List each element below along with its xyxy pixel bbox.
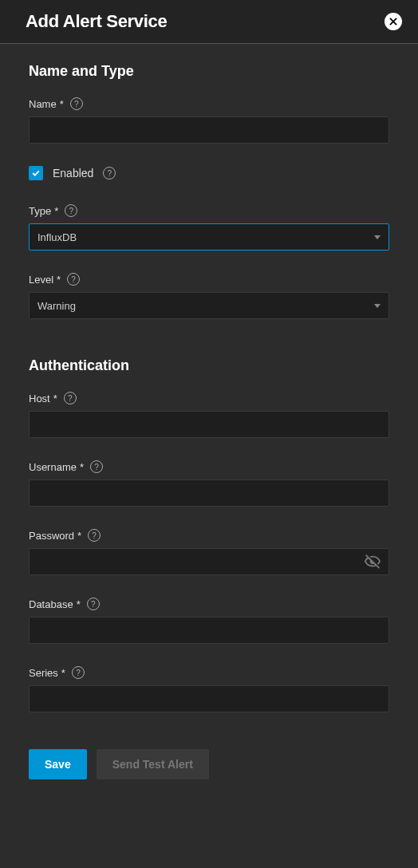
help-icon[interactable]: ? [64, 392, 77, 404]
dialog-footer: Save Send Test Alert [29, 735, 389, 779]
field-host: Host * ? [29, 392, 389, 438]
type-select[interactable]: InfluxDB [29, 223, 389, 251]
required-marker: * [60, 98, 64, 110]
field-name: Name * ? [29, 97, 389, 144]
save-button[interactable]: Save [29, 749, 87, 779]
name-label: Name [29, 98, 57, 110]
series-label: Series [29, 667, 58, 679]
series-input[interactable] [29, 685, 389, 712]
help-icon[interactable]: ? [90, 460, 103, 473]
type-select-value: InfluxDB [37, 231, 77, 243]
level-select-value: Warning [37, 300, 76, 312]
close-icon [388, 16, 399, 27]
field-enabled: Enabled ? [29, 166, 389, 180]
required-marker: * [53, 393, 57, 404]
section-authentication-title: Authentication [29, 357, 389, 374]
help-icon[interactable]: ? [72, 666, 85, 679]
section-name-and-type-title: Name and Type [29, 63, 389, 80]
close-button[interactable] [384, 13, 402, 30]
name-input[interactable] [29, 116, 389, 144]
field-type: Type * ? InfluxDB [29, 204, 389, 251]
chevron-down-icon [374, 304, 381, 308]
database-input[interactable] [29, 617, 389, 644]
required-marker: * [61, 667, 65, 679]
dialog-content: Name and Type Name * ? Enabled ? Type * … [0, 44, 418, 795]
password-label: Password [29, 530, 74, 542]
check-icon [31, 168, 41, 178]
send-test-alert-button[interactable]: Send Test Alert [97, 749, 209, 779]
dialog-header: Add Alert Service [0, 0, 418, 44]
host-input[interactable] [29, 411, 389, 438]
username-input[interactable] [29, 479, 389, 507]
required-marker: * [80, 461, 84, 473]
field-level: Level * ? Warning [29, 273, 389, 319]
help-icon[interactable]: ? [67, 273, 80, 286]
field-series: Series * ? [29, 666, 389, 712]
type-label: Type [29, 205, 51, 217]
help-icon[interactable]: ? [70, 97, 83, 110]
required-marker: * [57, 274, 61, 286]
help-icon[interactable]: ? [65, 204, 77, 217]
required-marker: * [77, 598, 81, 610]
field-username: Username * ? [29, 460, 389, 507]
enabled-checkbox[interactable] [29, 166, 43, 180]
database-label: Database [29, 598, 73, 610]
level-select[interactable]: Warning [29, 292, 389, 319]
help-icon[interactable]: ? [87, 598, 100, 610]
help-icon[interactable]: ? [103, 167, 116, 180]
required-marker: * [77, 530, 81, 542]
required-marker: * [54, 205, 58, 217]
visibility-off-icon[interactable] [364, 553, 381, 570]
field-database: Database * ? [29, 598, 389, 644]
password-input[interactable] [29, 548, 389, 575]
field-password: Password * ? [29, 529, 389, 575]
help-icon[interactable]: ? [88, 529, 101, 542]
dialog-title: Add Alert Service [26, 11, 168, 32]
enabled-label: Enabled [53, 167, 93, 180]
level-label: Level [29, 274, 53, 286]
host-label: Host [29, 393, 50, 404]
username-label: Username [29, 461, 77, 473]
chevron-down-icon [374, 235, 381, 239]
